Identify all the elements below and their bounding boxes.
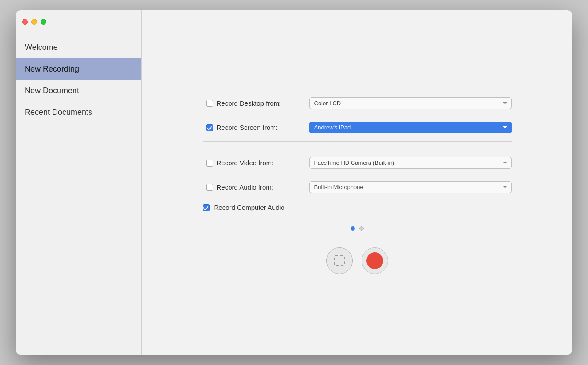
record-audio-select-wrapper: Built-in Microphone (309, 181, 512, 193)
titlebar (16, 10, 141, 33)
recording-form: Record Desktop from: Color LCD Record Sc… (203, 91, 512, 274)
record-video-select[interactable]: FaceTime HD Camera (Built-in) (309, 157, 512, 169)
record-computer-audio-checkbox-area (203, 204, 210, 211)
close-button[interactable] (22, 19, 28, 25)
record-desktop-select-wrapper: Color LCD (309, 97, 512, 109)
record-video-checkbox[interactable] (206, 160, 213, 167)
record-desktop-checkbox[interactable] (206, 100, 213, 107)
record-desktop-select[interactable]: Color LCD (309, 97, 512, 109)
bottom-buttons (203, 247, 512, 274)
page-dot-2[interactable] (359, 226, 364, 231)
record-computer-audio-checkbox[interactable] (203, 204, 210, 211)
record-desktop-label: Record Desktop from: (217, 99, 309, 107)
record-audio-select[interactable]: Built-in Microphone (309, 181, 512, 193)
record-video-checkbox-area (203, 160, 217, 167)
maximize-button[interactable] (41, 19, 46, 25)
record-audio-label: Record Audio from: (217, 183, 309, 191)
record-desktop-checkbox-area (203, 100, 217, 107)
record-screen-select[interactable]: Andrew's iPad (309, 122, 512, 133)
record-screen-checkbox[interactable] (206, 124, 213, 131)
record-audio-checkbox[interactable] (206, 184, 213, 191)
record-video-row: Record Video from: FaceTime HD Camera (B… (203, 151, 512, 175)
record-video-select-wrapper: FaceTime HD Camera (Built-in) (309, 157, 512, 169)
region-button[interactable] (326, 247, 353, 274)
sidebar-item-recent-documents[interactable]: Recent Documents (16, 102, 141, 123)
main-content: Record Desktop from: Color LCD Record Sc… (142, 10, 572, 355)
record-dot-icon (366, 252, 383, 269)
main-window: Welcome New Recording New Document Recen… (16, 10, 572, 355)
record-screen-select-wrapper: Andrew's iPad (309, 122, 512, 133)
sidebar-item-welcome[interactable]: Welcome (16, 37, 141, 58)
record-screen-row: Record Screen from: Andrew's iPad (203, 115, 512, 140)
page-dots (203, 226, 512, 231)
record-screen-checkbox-area (203, 124, 217, 131)
region-icon (334, 255, 345, 266)
record-screen-label: Record Screen from: (217, 124, 309, 131)
record-computer-audio-row: Record Computer Audio (203, 199, 512, 216)
record-computer-audio-label: Record Computer Audio (214, 204, 285, 211)
minimize-button[interactable] (31, 19, 37, 25)
page-dot-1[interactable] (351, 226, 355, 231)
section-gap-1 (203, 144, 512, 151)
record-audio-checkbox-area (203, 184, 217, 191)
record-audio-row: Record Audio from: Built-in Microphone (203, 175, 512, 199)
sidebar-item-new-recording[interactable]: New Recording (16, 58, 141, 80)
record-video-label: Record Video from: (217, 159, 309, 167)
sidebar-item-new-document[interactable]: New Document (16, 80, 141, 102)
record-button[interactable] (362, 247, 388, 274)
sidebar-nav: Welcome New Recording New Document Recen… (16, 33, 141, 123)
record-desktop-row: Record Desktop from: Color LCD (203, 91, 512, 115)
divider-1 (203, 141, 512, 142)
sidebar: Welcome New Recording New Document Recen… (16, 10, 142, 355)
